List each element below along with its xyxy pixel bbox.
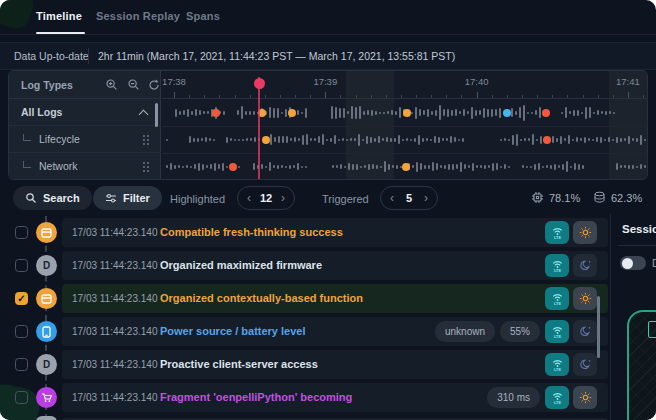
event-dot-red[interactable] — [542, 109, 550, 117]
filter-button[interactable]: Filter — [93, 186, 162, 210]
value-badge: unknown — [435, 321, 495, 342]
next-icon[interactable]: › — [281, 192, 285, 204]
log-row-strip[interactable]: 17/03 11:44:23.140 Organized contextuall… — [62, 284, 608, 313]
tab-spans[interactable]: Spans — [186, 10, 220, 22]
row-checkbox[interactable] — [15, 358, 28, 371]
playhead-line[interactable] — [258, 77, 260, 179]
log-message[interactable]: Organized maximized firmware — [160, 259, 322, 271]
log-type-label: All Logs — [21, 106, 62, 118]
time-axis[interactable]: 17:3817:3917:4017:41 — [162, 71, 647, 99]
network-lte-button[interactable]: LTE — [545, 320, 569, 343]
device-replay-frame[interactable] — [627, 310, 656, 420]
event-dot-red[interactable] — [229, 163, 237, 171]
axis-tick — [219, 95, 220, 98]
timeline-scrollbar-thumb[interactable] — [155, 103, 158, 127]
log-timestamp: 17/03 11:44:23.140 — [72, 293, 157, 304]
environment-button[interactable] — [573, 386, 597, 409]
environment-button[interactable] — [573, 254, 597, 277]
log-type-row-all-logs[interactable]: All Logs — [9, 99, 161, 126]
log-message[interactable]: Fragment 'oenpelliPython' becoming — [160, 391, 352, 403]
log-row[interactable]: 17/03 11:44:23.140 Power source / batter… — [0, 317, 610, 346]
log-row[interactable]: ✓ 17/03 11:44:23.140 Organized contextua… — [0, 284, 610, 313]
axis-tick-label: 17:38 — [162, 76, 186, 87]
log-row[interactable]: 17/03 11:44:23.140 Fragment 'oenpelliPyt… — [0, 383, 610, 412]
waveform-network[interactable] — [162, 153, 647, 180]
log-message[interactable]: Proactive client-server access — [160, 358, 318, 370]
divider — [610, 214, 611, 420]
log-row-strip[interactable]: 17/03 11:44:23.140 Organized maximized f… — [62, 251, 608, 280]
environment-button[interactable] — [573, 221, 597, 244]
moon-icon — [579, 325, 592, 338]
network-lte-button[interactable]: LTE — [545, 254, 569, 277]
network-lte-button[interactable]: LTE — [545, 353, 569, 376]
row-checkbox[interactable] — [15, 226, 28, 239]
network-lte-button[interactable]: LTE — [545, 386, 569, 409]
triggered-stepper: ‹ 5 › — [380, 186, 438, 210]
row-checkbox[interactable] — [15, 259, 28, 272]
axis-tick — [250, 95, 251, 98]
playhead-marker[interactable] — [254, 78, 265, 89]
axis-tick — [310, 95, 311, 98]
axis-tick — [613, 95, 614, 98]
log-row-strip[interactable]: 17/03 11:44:23.140 Power source / batter… — [62, 317, 608, 346]
zoom-in-icon[interactable] — [105, 78, 119, 92]
event-dot-red[interactable] — [543, 136, 551, 144]
triggered-label: Triggered — [322, 193, 369, 205]
active-tab-underline — [36, 32, 85, 34]
tab-timeline[interactable]: Timeline — [36, 10, 82, 22]
prev-icon[interactable]: ‹ — [390, 192, 394, 204]
log-row[interactable]: 17/03 11:44:23.140 Compatible fresh-thin… — [0, 218, 610, 247]
zoom-out-icon[interactable] — [127, 78, 141, 92]
next-icon[interactable]: › — [424, 192, 428, 204]
log-row-strip[interactable]: 17/03 11:44:23.140 Proactive client-serv… — [62, 350, 608, 379]
environment-button[interactable] — [573, 320, 597, 343]
sun-icon — [579, 391, 592, 404]
log-row-strip[interactable]: 17/03 11:44:23.140 Compatible fresh-thin… — [62, 218, 608, 247]
search-button[interactable]: Search — [13, 186, 92, 210]
log-type-row-network[interactable]: Network — [9, 153, 161, 180]
log-message[interactable]: Organized contextually-based function — [160, 292, 363, 304]
wifi-lte-icon: LTE — [550, 225, 565, 240]
network-lte-button[interactable]: LTE — [545, 287, 569, 310]
tab-session-replay[interactable]: Session Replay — [96, 10, 180, 22]
drag-handle-icon[interactable] — [143, 135, 145, 137]
row-checkbox[interactable] — [15, 325, 28, 338]
toggle-knob — [622, 258, 633, 269]
moon-icon — [579, 259, 592, 272]
network-lte-button[interactable]: LTE — [545, 221, 569, 244]
event-dot-orange[interactable] — [403, 109, 411, 117]
moon-icon — [579, 358, 592, 371]
card-icon — [41, 294, 52, 304]
log-message[interactable]: Compatible fresh-thinking success — [160, 226, 343, 238]
log-badges: 310 ms — [487, 387, 540, 408]
log-row[interactable]: D 17/03 11:44:23.140 Organized maximized… — [0, 251, 610, 280]
log-message[interactable]: Power source / battery level — [160, 325, 306, 337]
log-row-strip[interactable]: 17/03 11:44:23.140 Fragment 'oenpelliPyt… — [62, 383, 608, 412]
event-dot-blue[interactable] — [503, 109, 511, 117]
session-toggle[interactable] — [620, 256, 646, 270]
log-badges: unknown55% — [435, 321, 540, 342]
svg-text:LTE: LTE — [554, 368, 561, 372]
prev-icon[interactable]: ‹ — [247, 192, 251, 204]
environment-button[interactable] — [573, 353, 597, 376]
memory-value: 62.3% — [611, 192, 642, 204]
log-row[interactable]: D 17/03 11:44:23.140 Proactive client-se… — [0, 350, 610, 379]
waveform-all-logs[interactable] — [162, 99, 647, 127]
environment-button[interactable] — [573, 287, 597, 310]
log-types-header: Log Types — [9, 71, 161, 99]
row-checkbox[interactable] — [15, 391, 28, 404]
event-dot-orange[interactable] — [262, 136, 270, 144]
event-dot-orange[interactable] — [402, 163, 410, 171]
log-type-icon: D — [36, 255, 57, 276]
refresh-icon[interactable] — [147, 78, 161, 92]
list-scrollbar-thumb[interactable] — [597, 296, 600, 358]
event-dot-red[interactable] — [212, 109, 220, 117]
axis-tick — [371, 95, 372, 98]
event-dot-orange[interactable] — [288, 109, 296, 117]
waveform-lifecycle[interactable] — [162, 126, 647, 154]
drag-handle-icon[interactable] — [143, 162, 145, 164]
chevron-up-icon[interactable] — [139, 110, 149, 120]
axis-tick — [537, 95, 538, 98]
log-type-row-lifecycle[interactable]: Lifecycle — [9, 126, 161, 153]
row-checkbox[interactable]: ✓ — [15, 292, 28, 305]
